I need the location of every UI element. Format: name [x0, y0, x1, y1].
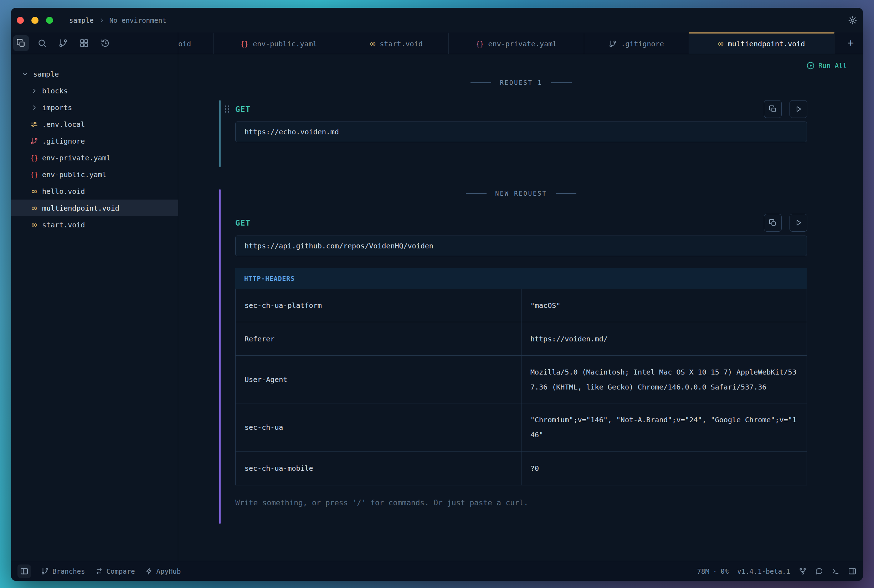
window-controls: [11, 17, 53, 24]
tree-item-label: .gitignore: [42, 137, 85, 146]
divider-line: [470, 82, 491, 83]
infinity-icon: ∞: [30, 220, 39, 229]
git-branch-icon: [41, 567, 49, 575]
run-request-button[interactable]: [790, 214, 807, 232]
file-explorer: sample blocks imports: [11, 54, 178, 561]
sliders-icon: [30, 120, 39, 128]
git-branch-icon: [30, 137, 39, 145]
compare-label: Compare: [107, 567, 135, 575]
tab-multiendpoint-void[interactable]: ∞ multiendpoint.void: [689, 32, 835, 54]
tab-env-private[interactable]: {} env-private.yaml: [449, 32, 584, 54]
header-key-cell[interactable]: sec-ch-ua: [236, 404, 521, 451]
header-key-cell[interactable]: sec-ch-ua-platform: [236, 289, 521, 322]
tree-item-env-local[interactable]: .env.local: [11, 116, 178, 133]
new-tab-button[interactable]: +: [848, 38, 854, 48]
main-area: sample blocks imports: [11, 54, 863, 561]
request1-accent-bar: [219, 100, 221, 167]
tree-item-label: imports: [42, 104, 72, 112]
tabbar: oid {} env-public.yaml ∞ start.void {} e…: [11, 32, 863, 54]
settings-gear-icon[interactable]: [848, 16, 857, 25]
activity-bar: [11, 32, 178, 54]
tree-item-start-void[interactable]: ∞ start.void: [11, 216, 178, 233]
tab-env-public[interactable]: {} env-public.yaml: [213, 32, 344, 54]
cpu-usage: 0%: [720, 567, 728, 575]
copy-request-button[interactable]: [764, 214, 782, 232]
header-value-cell[interactable]: "Chromium";v="146", "Not-A.Brand";v="24"…: [521, 404, 806, 451]
app-version: v1.4.1-beta.1: [737, 567, 790, 575]
editor-placeholder[interactable]: Write something, or press '/' for comman…: [235, 498, 528, 507]
tree-item-label: env-public.yaml: [42, 170, 107, 179]
feedback-chat-icon[interactable]: [815, 567, 823, 575]
chevron-down-icon: [20, 70, 30, 78]
header-value-cell[interactable]: https://voiden.md/: [521, 322, 806, 355]
tree-item-multiendpoint-void[interactable]: ∞ multiendpoint.void: [11, 200, 178, 216]
chevron-right-icon: [30, 104, 39, 111]
url-text: https://echo.voiden.md: [245, 128, 339, 136]
document-editor[interactable]: Run All REQUEST 1 GET: [178, 54, 863, 561]
history-icon[interactable]: [97, 35, 113, 51]
tree-item-label: hello.void: [42, 187, 85, 196]
maximize-window-button[interactable]: [46, 17, 53, 24]
tree-item-label: blocks: [42, 87, 68, 95]
header-row: sec-ch-ua "Chromium";v="146", "Not-A.Bra…: [236, 404, 806, 452]
search-icon[interactable]: [34, 35, 50, 51]
tree-folder-blocks[interactable]: blocks: [11, 82, 178, 99]
run-all-button[interactable]: Run All: [806, 61, 847, 70]
metric-separator: ·: [713, 567, 717, 575]
desktop-background: sample No environment: [0, 0, 874, 588]
sidebar-toggle-button[interactable]: [18, 564, 31, 578]
tree-item-label: env-private.yaml: [42, 154, 111, 162]
chevron-right-icon: [30, 87, 39, 94]
compare-button[interactable]: Compare: [95, 567, 135, 575]
copy-request-button[interactable]: [764, 100, 782, 118]
request2-url-field[interactable]: https://api.github.com/repos/VoidenHQ/vo…: [235, 236, 807, 256]
branches-button[interactable]: Branches: [41, 567, 85, 575]
blocks-icon[interactable]: [76, 35, 92, 51]
panel-right-icon[interactable]: [848, 567, 856, 576]
close-window-button[interactable]: [17, 17, 24, 24]
minimize-window-button[interactable]: [32, 17, 39, 24]
run-request-button[interactable]: [790, 100, 807, 118]
header-key-cell[interactable]: User-Agent: [236, 356, 521, 403]
tab-label: env-public.yaml: [253, 39, 317, 48]
apyhub-label: ApyHub: [156, 567, 181, 575]
tree-item-gitignore[interactable]: .gitignore: [11, 133, 178, 149]
tab-truncated[interactable]: oid: [178, 32, 213, 54]
files-icon[interactable]: [13, 35, 29, 51]
environment-selector[interactable]: No environment: [110, 16, 167, 24]
tree-item-env-public[interactable]: {} env-public.yaml: [11, 166, 178, 183]
breadcrumb: sample No environment: [69, 16, 167, 24]
project-name: sample: [69, 16, 94, 24]
request1-url-field[interactable]: https://echo.voiden.md: [235, 122, 807, 142]
resource-usage: 78M · 0%: [697, 567, 729, 575]
header-row: sec-ch-ua-mobile ?0: [236, 452, 806, 485]
git-fork-icon[interactable]: [799, 567, 806, 575]
header-value-cell[interactable]: ?0: [521, 452, 806, 485]
apyhub-button[interactable]: ApyHub: [145, 567, 181, 575]
drag-handle-icon[interactable]: [224, 104, 233, 114]
request1-divider: REQUEST 1: [235, 79, 807, 86]
tree-root-sample[interactable]: sample: [11, 66, 178, 82]
tree-item-label: start.void: [42, 220, 85, 229]
header-key-cell[interactable]: sec-ch-ua-mobile: [236, 452, 521, 485]
http-headers-title: HTTP-HEADERS: [235, 268, 807, 289]
braces-icon: {}: [240, 40, 248, 48]
header-value-cell[interactable]: "macOS": [521, 289, 806, 322]
tab-gitignore[interactable]: .gitignore: [584, 32, 689, 54]
run-all-label: Run All: [818, 62, 847, 69]
tab-start-void[interactable]: ∞ start.void: [344, 32, 449, 54]
header-value-cell[interactable]: Mozilla/5.0 (Macintosh; Intel Mac OS X 1…: [521, 356, 806, 403]
tree-item-env-private[interactable]: {} env-private.yaml: [11, 149, 178, 166]
tree-item-hello-void[interactable]: ∞ hello.void: [11, 183, 178, 200]
header-row: sec-ch-ua-platform "macOS": [236, 289, 806, 322]
git-branch-icon[interactable]: [55, 35, 71, 51]
tree-folder-imports[interactable]: imports: [11, 99, 178, 116]
compare-icon: [95, 567, 103, 575]
header-key-cell[interactable]: Referer: [236, 322, 521, 355]
braces-icon: {}: [30, 171, 39, 178]
request2-method-row: GET: [224, 214, 807, 232]
tab-spacer: [835, 32, 848, 54]
request2-divider: NEW REQUEST: [235, 190, 807, 197]
terminal-icon[interactable]: [832, 567, 839, 575]
tree-item-label: multiendpoint.void: [42, 204, 119, 212]
